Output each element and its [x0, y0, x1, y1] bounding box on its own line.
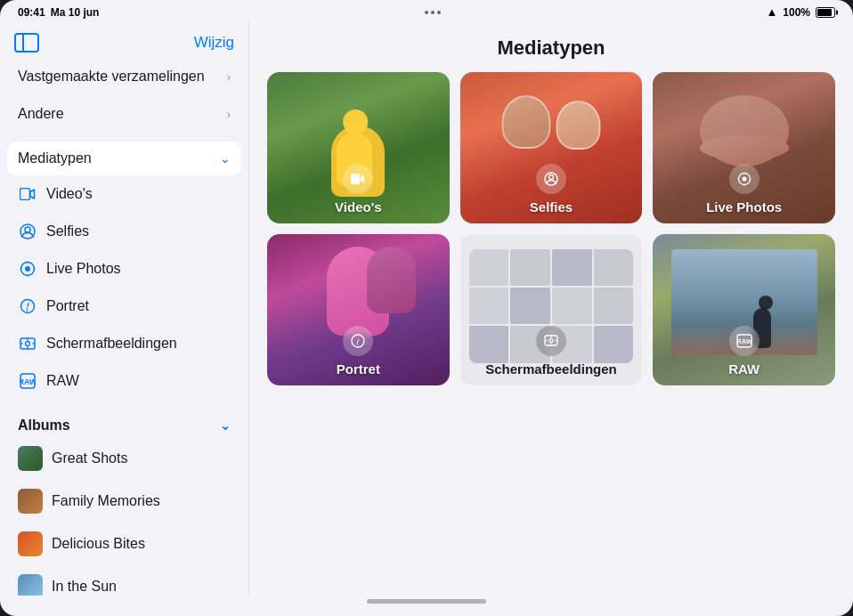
selfies-card-icon [536, 164, 566, 194]
in-the-sun-left: In the Sun [18, 574, 117, 596]
portret-label: Portret [46, 298, 89, 314]
sidebar-item-selfies[interactable]: Selfies [7, 213, 241, 250]
portret-item-left: ƒ Portret [18, 296, 89, 316]
mediatypen-label: Mediatypen [18, 150, 92, 166]
sidebar-item-in-the-sun[interactable]: In the Sun [7, 565, 241, 596]
sidebar: Wijzig Vastgemaakte verzamelingen › Ande… [0, 22, 249, 596]
raw-label: RAW [46, 373, 79, 389]
raw-card-label-area: RAW RAW [653, 319, 835, 385]
media-card-videos[interactable]: Video's [267, 72, 450, 223]
chevron-right-icon-andere: › [227, 108, 231, 121]
sidebar-item-schermafbeeldingen[interactable]: Schermafbeeldingen [7, 325, 241, 362]
schermafbeeldingen-card-title: Schermafbeeldingen [485, 361, 617, 377]
media-card-portret[interactable]: ƒ Portret [267, 234, 450, 385]
svg-point-27 [750, 178, 751, 180]
sidebar-item-raw[interactable]: RAW RAW [7, 362, 241, 400]
andere-label: Andere [18, 106, 64, 122]
sidebar-item-pinned[interactable]: Vastgemaakte verzamelingen › [7, 60, 241, 93]
family-memories-label: Family Memories [52, 493, 160, 509]
in-the-sun-label: In the Sun [52, 579, 117, 595]
schermafbeeldingen-item-left: Schermafbeeldingen [18, 334, 177, 353]
great-shots-label: Great Shots [52, 450, 127, 466]
portret-card-title: Portret [337, 361, 380, 377]
selfies-label: Selfies [46, 223, 89, 239]
videos-card-title: Video's [335, 199, 381, 215]
selfie-icon [18, 222, 37, 241]
raw-card-icon: RAW [729, 326, 760, 356]
svg-text:RAW: RAW [736, 337, 752, 345]
selfies-card-label-area: Selfies [460, 157, 643, 223]
sidebar-item-live-photos[interactable]: Live Photos [7, 250, 241, 288]
svg-point-5 [27, 262, 28, 263]
raw-icon: RAW [18, 371, 37, 391]
live-photo-icon [18, 259, 37, 279]
sidebar-header: Wijzig [0, 22, 248, 60]
bottom-bar [0, 596, 853, 616]
wifi-icon: ▲ [766, 5, 777, 19]
edit-button[interactable]: Wijzig [194, 34, 234, 52]
selfies-item-left: Selfies [18, 222, 89, 241]
status-right: ▲ 100% [766, 5, 835, 19]
sidebar-item-portret[interactable]: ƒ Portret [7, 288, 241, 325]
sidebar-item-great-shots[interactable]: Great Shots [7, 437, 241, 480]
svg-text:ƒ: ƒ [356, 337, 361, 346]
albums-section-header[interactable]: Albums ⌄ [7, 410, 241, 437]
svg-point-24 [743, 172, 745, 174]
live-photos-card-label-area: Live Photos [653, 157, 835, 223]
status-time: 09:41 [18, 6, 45, 19]
schermafbeeldingen-card-icon [536, 326, 566, 356]
sidebar-item-mediatypen[interactable]: Mediatypen ⌄ [7, 142, 241, 175]
svg-rect-0 [20, 189, 30, 200]
great-shots-left: Great Shots [18, 446, 127, 471]
sidebar-item-family-memories[interactable]: Family Memories [7, 480, 241, 523]
home-indicator [367, 599, 486, 604]
live-photos-card-icon [729, 164, 760, 194]
svg-text:RAW: RAW [20, 377, 36, 386]
family-memories-left: Family Memories [18, 489, 160, 514]
media-card-schermafbeeldingen[interactable]: Schermafbeeldingen [460, 234, 643, 385]
sidebar-toggle-icon[interactable] [14, 33, 39, 53]
svg-text:ƒ: ƒ [25, 302, 30, 312]
selfies-card-title: Selfies [530, 199, 573, 215]
svg-point-31 [549, 339, 553, 343]
status-day: Ma 10 jun [51, 6, 100, 19]
live-photos-card-title: Live Photos [706, 199, 782, 215]
schermafbeeldingen-card-label-area: Schermafbeeldingen [460, 319, 643, 385]
portret-card-label-area: ƒ Portret [267, 319, 450, 385]
svg-point-25 [743, 184, 745, 186]
delicious-bites-thumb [18, 531, 43, 556]
status-bar: 09:41 Ma 10 jun ▲ 100% [0, 0, 853, 22]
albums-chevron-down-icon: ⌄ [220, 418, 231, 433]
videos-card-label-area: Video's [267, 157, 450, 223]
albums-section: Albums ⌄ Great Shots Family Memories [0, 410, 248, 596]
albums-label: Albums [18, 417, 70, 434]
live-photos-item-left: Live Photos [18, 259, 121, 279]
media-card-selfies[interactable]: Selfies [460, 72, 643, 223]
in-the-sun-thumb [18, 574, 43, 596]
delicious-bites-left: Delicious Bites [18, 531, 145, 556]
sidebar-item-andere[interactable]: Andere › [7, 97, 241, 131]
videos-card-icon [343, 164, 373, 194]
svg-point-7 [20, 268, 22, 270]
chevron-right-icon: › [227, 70, 231, 84]
chevron-down-icon: ⌄ [220, 151, 231, 166]
raw-item-left: RAW RAW [18, 371, 79, 391]
pinned-label: Vastgemaakte verzamelingen [18, 69, 205, 85]
family-memories-thumb [18, 489, 43, 514]
main-content: Mediatypen Video's [249, 22, 853, 596]
media-card-raw[interactable]: RAW RAW [653, 234, 835, 385]
sidebar-item-videos[interactable]: Video's [7, 175, 241, 213]
battery-icon [816, 7, 835, 18]
svg-point-8 [34, 268, 36, 270]
portret-card-icon: ƒ [343, 326, 373, 356]
status-left: 09:41 Ma 10 jun [18, 6, 99, 19]
media-grid: Video's [267, 72, 835, 385]
sidebar-item-delicious-bites[interactable]: Delicious Bites [7, 523, 241, 565]
screenshot-icon [18, 334, 37, 353]
more-menu-dots [425, 11, 441, 14]
media-card-live-photos[interactable]: Live Photos [653, 72, 835, 223]
videos-item-left: Video's [18, 184, 93, 204]
status-center [425, 11, 441, 14]
svg-point-2 [25, 227, 30, 232]
selfies-people-graphic [501, 95, 600, 150]
